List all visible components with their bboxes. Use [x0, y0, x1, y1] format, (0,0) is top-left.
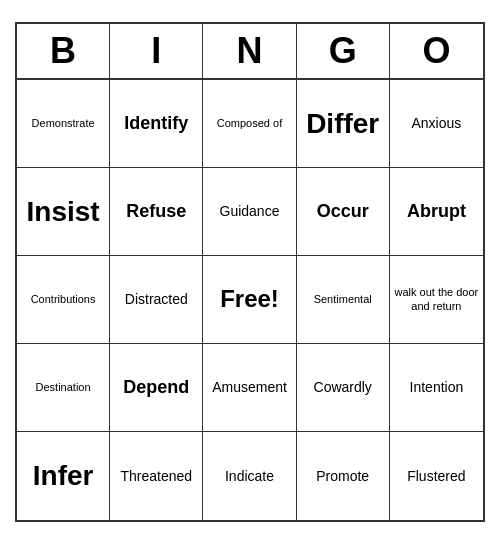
- bingo-card: BINGO DemonstrateIdentifyComposed ofDiff…: [15, 22, 485, 522]
- header-letter: N: [203, 24, 296, 78]
- bingo-cell: Intention: [390, 344, 483, 432]
- bingo-cell: Abrupt: [390, 168, 483, 256]
- bingo-cell: Distracted: [110, 256, 203, 344]
- bingo-cell: Sentimental: [297, 256, 390, 344]
- header-letter: B: [17, 24, 110, 78]
- bingo-cell: Amusement: [203, 344, 296, 432]
- bingo-cell: Anxious: [390, 80, 483, 168]
- header-letter: O: [390, 24, 483, 78]
- bingo-cell: Composed of: [203, 80, 296, 168]
- bingo-cell: Insist: [17, 168, 110, 256]
- bingo-cell: Differ: [297, 80, 390, 168]
- bingo-cell: Threatened: [110, 432, 203, 520]
- bingo-cell: Destination: [17, 344, 110, 432]
- header-letter: G: [297, 24, 390, 78]
- bingo-grid: DemonstrateIdentifyComposed ofDifferAnxi…: [17, 80, 483, 520]
- bingo-cell: Identify: [110, 80, 203, 168]
- bingo-cell: Refuse: [110, 168, 203, 256]
- bingo-cell: Occur: [297, 168, 390, 256]
- bingo-cell: Cowardly: [297, 344, 390, 432]
- bingo-cell: Depend: [110, 344, 203, 432]
- bingo-cell: Demonstrate: [17, 80, 110, 168]
- bingo-cell: Indicate: [203, 432, 296, 520]
- bingo-header: BINGO: [17, 24, 483, 80]
- bingo-cell: walk out the door and return: [390, 256, 483, 344]
- bingo-cell: Contributions: [17, 256, 110, 344]
- bingo-cell: Free!: [203, 256, 296, 344]
- header-letter: I: [110, 24, 203, 78]
- bingo-cell: Flustered: [390, 432, 483, 520]
- bingo-cell: Guidance: [203, 168, 296, 256]
- bingo-cell: Infer: [17, 432, 110, 520]
- bingo-cell: Promote: [297, 432, 390, 520]
